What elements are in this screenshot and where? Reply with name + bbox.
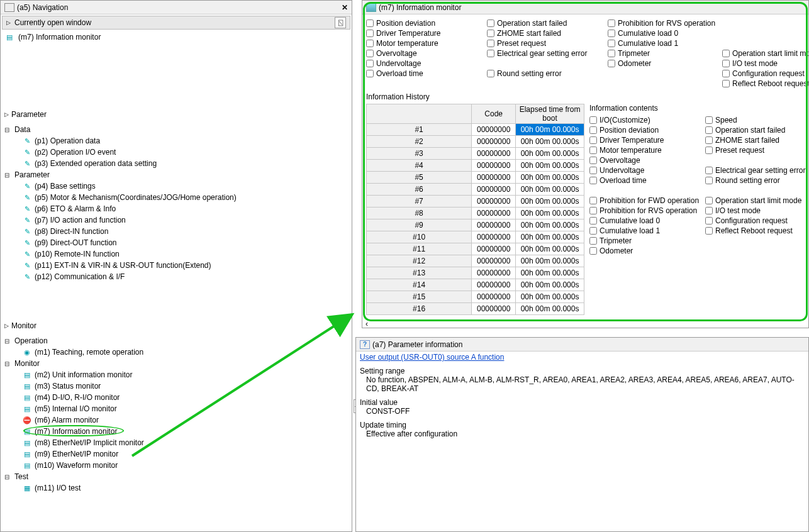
checkbox[interactable] — [705, 177, 713, 184]
checkbox[interactable] — [705, 217, 713, 224]
checkbox[interactable] — [705, 147, 713, 154]
table-row[interactable]: #150000000000h 00m 00.000s — [367, 291, 584, 303]
table-row[interactable]: #80000000000h 00m 00.000s — [367, 208, 584, 219]
checkbox[interactable] — [366, 70, 374, 77]
checkbox[interactable] — [589, 247, 597, 255]
currently-open-window-row[interactable]: ▷ Currently open window ⍂ — [2, 16, 350, 30]
check-item[interactable]: Operation start failed — [705, 125, 806, 135]
check-item[interactable]: Cumulative load 1 — [608, 38, 721, 48]
check-item[interactable]: Electrical gear setting error — [487, 48, 606, 58]
checkbox[interactable] — [705, 207, 713, 214]
checkbox[interactable] — [722, 50, 730, 57]
table-row[interactable]: #130000000000h 00m 00.000s — [367, 267, 584, 279]
checkbox[interactable] — [722, 80, 730, 87]
checkbox[interactable] — [589, 217, 597, 224]
open-item-row[interactable]: ▤ (m7) Information monitor — [1, 31, 352, 43]
check-item[interactable]: Overload time — [589, 175, 703, 186]
check-item[interactable]: Prohibition for RVS operation — [608, 18, 721, 28]
check-item[interactable]: Cumulative load 0 — [608, 28, 721, 38]
table-row[interactable]: #100000000000h 00m 00.000s — [367, 231, 584, 243]
check-item[interactable]: Prohibition for FWD operation — [589, 196, 703, 206]
tree-item[interactable]: ⛔(m6) Alarm monitor — [4, 414, 348, 426]
check-item[interactable]: I/O(Customize) — [589, 115, 703, 125]
checkbox[interactable] — [487, 40, 494, 47]
check-item[interactable]: Position deviation — [589, 125, 703, 135]
checkbox[interactable] — [608, 50, 615, 57]
tree-item[interactable]: ▤(m8) EtherNet/IP Implicit monitor — [4, 437, 348, 448]
check-item[interactable]: Reflect Reboot request — [705, 226, 806, 236]
table-row[interactable]: #110000000000h 00m 00.000s — [367, 243, 584, 255]
detach-icon[interactable]: ⍂ — [335, 17, 346, 28]
tree-item[interactable]: ✎(p2) Operation I/O event — [4, 147, 348, 158]
checkbox[interactable] — [608, 19, 615, 27]
table-row[interactable]: #30000000000h 00m 00.000s — [367, 148, 584, 160]
check-item[interactable]: Driver Temperature — [366, 28, 486, 38]
check-item[interactable]: Motor temperature — [589, 145, 703, 155]
tree-item[interactable]: ✎(p5) Motor & Mechanism(Coordinates/JOG/… — [4, 192, 348, 203]
table-row[interactable]: #160000000000h 00m 00.000s — [367, 303, 584, 315]
tree-item[interactable]: ✎(p6) ETO & Alarm & Info — [4, 203, 348, 214]
check-item[interactable]: Undervoltage — [366, 58, 486, 69]
checkbox[interactable] — [589, 126, 597, 134]
check-item[interactable]: Undervoltage — [589, 165, 703, 175]
test-group[interactable]: ⊟ Test — [4, 471, 348, 482]
tree-item[interactable]: ▤(m9) EtherNet/IP monitor — [4, 448, 348, 460]
table-row[interactable]: #60000000000h 00m 00.000s — [367, 184, 584, 196]
tree-item[interactable]: ✎(p8) Direct-IN function — [4, 226, 348, 237]
collapse-icon[interactable]: ⊟ — [4, 360, 12, 367]
monitor-root[interactable]: ▷ Monitor — [4, 320, 348, 331]
checkbox[interactable] — [705, 167, 713, 174]
table-row[interactable]: #70000000000h 00m 00.000s — [367, 196, 584, 208]
check-item[interactable]: Cumulative load 1 — [589, 226, 703, 236]
tree-item[interactable]: ✎(p4) Base settings — [4, 180, 348, 192]
operation-group[interactable]: ⊟ Operation — [4, 335, 348, 346]
scroll-left-icon[interactable]: ‹ — [362, 319, 371, 328]
tree-item[interactable]: ▤(m7) Information monitor — [4, 426, 348, 437]
check-item[interactable]: Preset request — [705, 145, 806, 155]
checkbox[interactable] — [487, 70, 494, 77]
checkbox[interactable] — [705, 126, 713, 134]
table-row[interactable]: #120000000000h 00m 00.000s — [367, 255, 584, 267]
param-link[interactable]: User output (USR-OUT0) source A function — [360, 353, 504, 362]
table-row[interactable]: #50000000000h 00m 00.000s — [367, 172, 584, 184]
checkbox[interactable] — [589, 157, 597, 164]
check-item[interactable]: Prohibition for RVS operation — [589, 206, 703, 216]
checkbox[interactable] — [608, 60, 615, 67]
check-item[interactable]: Operation start failed — [487, 18, 606, 28]
checkbox[interactable] — [705, 227, 713, 235]
check-item[interactable]: Configuration request — [705, 216, 806, 226]
tree-item[interactable]: ✎(p7) I/O action and function — [4, 214, 348, 226]
table-row[interactable]: #10000000000h 00m 00.000s — [367, 124, 584, 136]
tree-item[interactable]: ✎(p3) Extended operation data setting — [4, 158, 348, 169]
tree-item[interactable]: ▤(m4) D-I/O, R-I/O monitor — [4, 392, 348, 403]
checkbox[interactable] — [589, 207, 597, 214]
checkbox[interactable] — [608, 40, 615, 47]
tree-item[interactable]: ✎(p11) EXT-IN & VIR-IN & USR-OUT functio… — [4, 260, 348, 271]
tree-item[interactable]: ▤(m2) Unit information monitor — [4, 369, 348, 380]
parameter-root[interactable]: ▷ Parameter — [4, 109, 348, 120]
check-item[interactable]: Overload time — [366, 69, 486, 79]
check-item[interactable]: I/O test mode — [722, 58, 808, 69]
collapse-icon[interactable]: ⊟ — [4, 126, 12, 133]
check-item[interactable]: Cumulative load 0 — [589, 216, 703, 226]
check-item[interactable]: Odometer — [589, 246, 703, 256]
check-item[interactable]: Position deviation — [366, 18, 486, 28]
checkbox[interactable] — [705, 197, 713, 204]
check-item[interactable]: Odometer — [608, 58, 721, 69]
checkbox[interactable] — [589, 237, 597, 245]
tree-item[interactable]: ▤(m10) Waveform monitor — [4, 460, 348, 471]
check-item[interactable]: Electrical gear setting error — [705, 165, 806, 175]
tree-item[interactable]: ◉(m1) Teaching, remote operation — [4, 346, 348, 358]
checkbox[interactable] — [722, 70, 730, 77]
scrollbar-bottom[interactable]: ‹ — [362, 320, 808, 328]
collapse-icon[interactable]: ⊟ — [4, 474, 12, 480]
table-row[interactable]: #90000000000h 00m 00.000s — [367, 219, 584, 231]
checkbox[interactable] — [366, 50, 374, 57]
check-item[interactable]: Round setting error — [705, 175, 806, 186]
close-icon[interactable]: ✕ — [342, 3, 348, 12]
checkbox[interactable] — [487, 19, 494, 27]
check-item[interactable]: Preset request — [487, 38, 606, 48]
check-item[interactable]: ZHOME start failed — [487, 28, 606, 38]
tree-item[interactable]: ✎(p10) Remote-IN function — [4, 248, 348, 260]
check-item[interactable]: Overvoltage — [589, 155, 703, 165]
